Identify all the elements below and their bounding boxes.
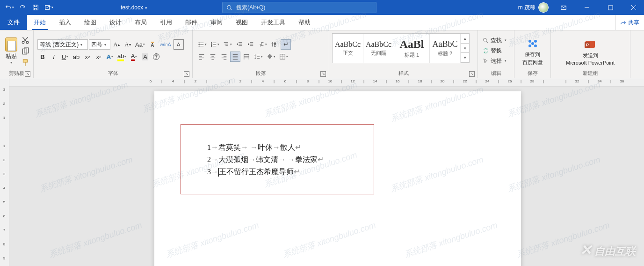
select-button[interactable]: 选择▾ <box>483 56 507 66</box>
group-label-newgroup: 新建组 <box>553 70 628 78</box>
styles-dialog-launcher[interactable]: ↘ <box>469 71 475 77</box>
search-icon <box>226 5 232 11</box>
tab-insert[interactable]: 插入 <box>52 15 78 30</box>
doc-line[interactable]: 2→大漠孤烟→韩文清→ →拳法家↵ <box>207 154 369 166</box>
paragraph-dialog-launcher[interactable]: ↘ <box>320 71 326 77</box>
align-right-button[interactable] <box>219 52 229 62</box>
svg-point-19 <box>484 38 487 41</box>
tab-mailings[interactable]: 邮件 <box>179 15 204 30</box>
doc-line[interactable]: 1→君莫笑→ →叶休→散人↵ <box>207 141 369 154</box>
text-effects-button[interactable]: A▾ <box>105 52 115 62</box>
svg-point-6 <box>26 41 29 44</box>
undo-button[interactable]: ▾ <box>3 1 16 14</box>
borders-button[interactable]: ▾ <box>278 52 289 62</box>
highlight-button[interactable]: ab▾ <box>116 52 128 62</box>
sort-button[interactable]: AZ <box>269 39 280 50</box>
replace-icon <box>483 48 489 54</box>
document-title: test.docx▾ <box>121 4 147 11</box>
svg-text:Z: Z <box>274 44 276 47</box>
numbering-button[interactable]: 123▾ <box>209 39 221 50</box>
line-spacing-button[interactable]: ▾ <box>253 52 264 62</box>
document-area[interactable]: 1→君莫笑→ →叶休→散人↵2→大漠孤烟→韩文清→ →拳法家↵3→王不留行王杰希… <box>9 78 644 266</box>
svg-point-24 <box>534 44 537 47</box>
decrease-indent-button[interactable] <box>234 39 245 50</box>
qat-customize-icon[interactable]: ▾ <box>42 1 55 14</box>
title-bar-right: m 茂稼 <box>518 0 644 15</box>
group-clipboard: 粘贴 ▾ 剪贴板↘ <box>0 30 34 78</box>
svg-point-12 <box>199 46 200 47</box>
increase-indent-button[interactable] <box>246 39 256 50</box>
tab-design[interactable]: 设计 <box>103 15 128 30</box>
tab-file[interactable]: 文件 <box>0 15 27 30</box>
page[interactable]: 1→君莫笑→ →叶休→散人↵2→大漠孤烟→韩文清→ →拳法家↵3→王不留行王杰希… <box>154 91 521 266</box>
format-painter-button[interactable] <box>21 59 29 67</box>
svg-rect-0 <box>33 5 38 10</box>
share-button[interactable]: 共享 <box>615 15 644 30</box>
tab-references[interactable]: 引用 <box>153 15 179 30</box>
style-normal[interactable]: AaBbCc正文 <box>333 34 363 63</box>
minimize-button[interactable] <box>579 0 595 15</box>
phonetic-guide-button[interactable]: A <box>147 39 158 50</box>
font-dialog-launcher[interactable]: ↘ <box>184 71 189 77</box>
shrink-font-button[interactable]: A▾ <box>123 39 133 50</box>
char-border-button[interactable]: A <box>174 39 184 50</box>
group-label-styles: 样式↘ <box>331 70 476 78</box>
align-justify-button[interactable] <box>230 52 240 62</box>
text-frame[interactable]: 1→君莫笑→ →叶休→散人↵2→大漠孤烟→韩文清→ →拳法家↵3→王不留行王杰希… <box>181 124 374 194</box>
group-save: 保存到百度网盘 保存 <box>514 30 551 78</box>
tab-help[interactable]: 帮助 <box>292 15 317 30</box>
char-shading-button[interactable]: A <box>140 52 150 62</box>
clear-format-button[interactable]: wénA <box>159 39 173 50</box>
cut-button[interactable] <box>21 36 29 44</box>
grow-font-button[interactable]: A▴ <box>111 39 122 50</box>
search-box[interactable]: 搜索(Alt+Q) <box>222 2 376 13</box>
italic-button[interactable]: I <box>49 52 59 62</box>
doc-line[interactable]: 3→王不留行王杰希魔导师↵ <box>207 166 369 178</box>
send-to-ppt-button[interactable]: P 发送到Microsoft PowerPoint <box>553 36 628 66</box>
change-case-button[interactable]: Aa▾ <box>134 39 146 50</box>
styles-gallery[interactable]: AaBbCc正文 AaBbCc无间隔 AaBl标题 1 AaBbC标题 2 ▴▾… <box>332 33 470 63</box>
copy-button[interactable] <box>21 47 29 56</box>
bold-button[interactable]: B <box>37 52 48 62</box>
enclose-char-button[interactable]: 字 <box>151 52 161 62</box>
style-heading1[interactable]: AaBl标题 1 <box>394 34 430 63</box>
tab-draw[interactable]: 绘图 <box>78 15 103 30</box>
font-color-button[interactable]: A▾ <box>129 52 139 62</box>
show-marks-button[interactable]: ↵ <box>281 39 291 50</box>
tab-layout[interactable]: 布局 <box>128 15 153 30</box>
align-center-button[interactable] <box>208 52 218 62</box>
ribbon-options-button[interactable] <box>555 0 572 15</box>
shading-button[interactable]: ▾ <box>265 52 277 62</box>
asian-layout-button[interactable]: ▾ <box>257 39 268 50</box>
tab-view[interactable]: 视图 <box>229 15 254 30</box>
style-nospacing[interactable]: AaBbCc无间隔 <box>363 34 394 63</box>
svg-point-5 <box>22 41 24 44</box>
clipboard-dialog-launcher[interactable]: ↘ <box>25 71 30 77</box>
user-account[interactable]: m 茂稼 <box>518 2 549 13</box>
save-button[interactable] <box>29 1 42 14</box>
font-size-combo[interactable]: 四号▾ <box>89 39 110 50</box>
maximize-button[interactable] <box>602 0 619 15</box>
styles-scroll[interactable]: ▴▾▾ <box>461 34 469 63</box>
align-left-button[interactable] <box>196 52 207 62</box>
replace-button[interactable]: 替换 <box>483 46 507 55</box>
redo-button[interactable] <box>16 1 29 14</box>
style-heading2[interactable]: AaBbC标题 2 <box>430 34 461 63</box>
font-name-combo[interactable]: 等线 (西文正文)▾ <box>37 39 88 50</box>
underline-button[interactable]: U▾ <box>60 52 70 62</box>
find-button[interactable]: 查找▾ <box>483 36 507 45</box>
group-font: 等线 (西文正文)▾ 四号▾ A▴ A▾ Aa▾ A wénA A B I U▾… <box>34 30 193 78</box>
tab-review[interactable]: 审阅 <box>204 15 229 30</box>
strikethrough-button[interactable]: ab <box>71 52 81 62</box>
align-distributed-button[interactable] <box>241 52 252 62</box>
save-baidu-button[interactable]: 保存到百度网盘 <box>516 35 549 66</box>
close-button[interactable] <box>625 0 642 15</box>
paste-button[interactable]: 粘贴 ▾ <box>2 37 20 65</box>
bullets-button[interactable]: ▾ <box>196 39 208 50</box>
vertical-ruler[interactable]: 321123456789 <box>0 78 9 266</box>
multilevel-list-button[interactable]: ▾ <box>222 39 233 50</box>
subscript-button[interactable]: x2 <box>82 52 93 62</box>
superscript-button[interactable]: x2 <box>94 52 104 62</box>
tab-home[interactable]: 开始 <box>27 15 52 30</box>
tab-developer[interactable]: 开发工具 <box>254 15 292 30</box>
